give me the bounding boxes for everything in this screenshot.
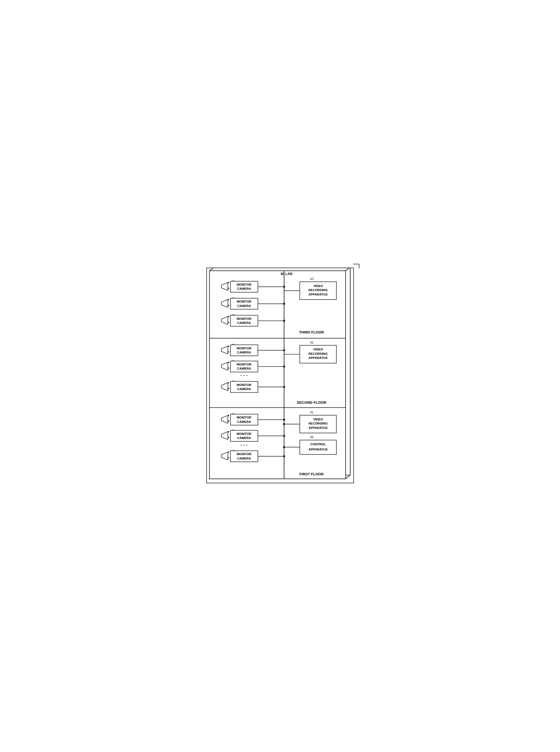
camera-10-line2: CAMERA [237, 420, 251, 423]
svg-rect-11 [228, 282, 229, 283]
svg-rect-61 [228, 431, 229, 432]
camera-17-line2: CAMERA [237, 457, 251, 460]
ca-50-line1: CONTROL [310, 442, 326, 446]
vra-41-line3: APPARATUS [308, 426, 327, 430]
third-floor-label: THIRD FLOOR [299, 330, 324, 334]
svg-line-1 [209, 268, 214, 271]
svg-point-27 [283, 320, 285, 322]
vra-43-line2: RECORDING [308, 289, 327, 292]
svg-point-21 [283, 303, 285, 305]
camera-30-line1: MONITOR [236, 283, 252, 286]
svg-rect-46 [228, 388, 229, 389]
main-content: 60 LAN 30 MONITOR CAMERA 31 [206, 268, 354, 483]
svg-rect-67 [228, 452, 229, 453]
vra-42-line3: APPARATUS [308, 356, 327, 359]
camera-31-line1: MONITOR [236, 300, 252, 303]
vra-41-line2: RECORDING [308, 422, 327, 425]
ref-41: 41 [310, 411, 314, 414]
camera-21-line1: MONITOR [236, 363, 252, 366]
svg-rect-34 [228, 351, 229, 352]
lan-label: 60 LAN [280, 272, 292, 276]
svg-rect-56 [228, 421, 229, 422]
camera-10-line1: MONITOR [236, 416, 252, 419]
vra-42-line1: VIDEO [313, 348, 323, 351]
svg-point-74 [283, 423, 285, 426]
camera-32-line2: CAMERA [237, 321, 251, 324]
svg-rect-68 [228, 457, 229, 458]
svg-rect-18 [228, 305, 229, 306]
camera-32-line1: MONITOR [236, 317, 252, 320]
svg-rect-39 [228, 362, 229, 363]
camera-24-line1: MONITOR [236, 383, 252, 387]
camera-11-line1: MONITOR [236, 432, 252, 435]
svg-rect-62 [228, 437, 229, 438]
svg-point-65 [283, 435, 285, 437]
svg-point-49 [283, 386, 285, 388]
vra-42-line2: RECORDING [308, 352, 327, 355]
camera-20-line1: MONITOR [236, 347, 252, 350]
svg-rect-8 [209, 271, 345, 338]
svg-point-59 [283, 418, 285, 421]
ref-50: 50 [310, 435, 314, 439]
svg-rect-33 [228, 345, 229, 347]
vra-41-line1: VIDEO [313, 418, 323, 421]
svg-rect-45 [228, 382, 229, 383]
svg-point-71 [283, 455, 285, 457]
outer-3d-box: 60 LAN 30 MONITOR CAMERA 31 [206, 268, 354, 483]
ref-43: 43 [310, 277, 314, 280]
camera-30-line2: CAMERA [237, 287, 251, 291]
camera-24-line2: CAMERA [237, 387, 251, 391]
svg-point-43 [283, 365, 285, 368]
svg-rect-24 [228, 322, 229, 323]
ca-50-line2: APPARATUS [308, 448, 327, 451]
svg-rect-12 [228, 288, 229, 289]
camera-11-line2: CAMERA [237, 436, 251, 439]
camera-20-line2: CAMERA [237, 351, 251, 354]
diagram-wrapper: 60 LAN 30 MONITOR CAMERA 31 [198, 259, 362, 493]
camera-17-line1: MONITOR [236, 452, 252, 456]
camera-31-line2: CAMERA [237, 304, 251, 308]
svg-line-3 [345, 475, 350, 479]
dots-second: . . . [240, 371, 247, 377]
svg-point-15 [283, 286, 285, 288]
first-floor-label: FIRST FLOOR [299, 472, 324, 476]
svg-rect-17 [228, 299, 229, 300]
svg-rect-40 [228, 368, 229, 369]
svg-rect-23 [228, 316, 229, 317]
system-diagram: 60 LAN 30 MONITOR CAMERA 31 [207, 268, 353, 483]
camera-21-line2: CAMERA [237, 367, 251, 370]
svg-rect-55 [228, 415, 229, 416]
svg-rect-75 [300, 440, 336, 455]
svg-point-37 [283, 349, 285, 352]
ref-42: 42 [310, 341, 314, 344]
second-floor-label: SECOND FLOOR [297, 400, 326, 404]
dots-first: . . . [240, 441, 247, 447]
vra-43-line3: APPARATUS [308, 293, 327, 296]
vra-43-line1: VIDEO [313, 284, 323, 288]
svg-point-77 [283, 446, 285, 448]
svg-line-2 [345, 268, 350, 271]
